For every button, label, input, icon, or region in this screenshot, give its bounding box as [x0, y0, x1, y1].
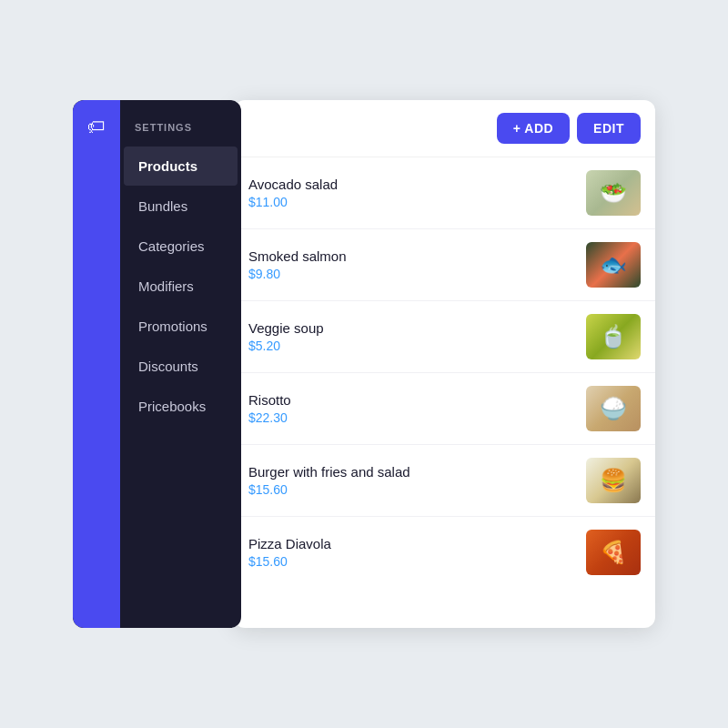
product-price: $5.20 — [248, 339, 586, 353]
product-info: Pizza Diavola$15.60 — [248, 536, 586, 569]
food-emoji-icon: 🥗 — [600, 180, 627, 206]
product-info: Veggie soup$5.20 — [248, 320, 586, 353]
product-price: $22.30 — [248, 410, 586, 425]
sidebar-menu: SETTINGS ProductsBundlesCategoriesModifi… — [120, 100, 241, 441]
product-image: 🍕 — [586, 530, 641, 575]
product-price: $15.60 — [248, 482, 586, 497]
product-price: $15.60 — [248, 554, 586, 569]
sidebar: 🏷 SETTINGS ProductsBundlesCategoriesModi… — [73, 100, 241, 628]
product-item[interactable]: Smoked salmon$9.80🐟 — [234, 229, 655, 301]
add-button[interactable]: + ADD — [497, 113, 570, 144]
product-image: 🍚 — [586, 386, 641, 431]
product-name: Smoked salmon — [248, 248, 586, 264]
food-emoji-icon: 🍕 — [600, 540, 627, 565]
product-name: Avocado salad — [248, 177, 586, 192]
edit-button[interactable]: EDIT — [577, 113, 641, 144]
product-name: Risotto — [248, 392, 586, 408]
product-image: 🍔 — [586, 458, 641, 503]
tag-icon: 🏷 — [87, 116, 106, 137]
product-info: Avocado salad$11.00 — [248, 177, 586, 209]
app-container: 🏷 SETTINGS ProductsBundlesCategoriesModi… — [73, 100, 655, 628]
product-item[interactable]: Avocado salad$11.00🥗 — [234, 157, 655, 229]
sidebar-item-products[interactable]: Products — [124, 147, 238, 186]
product-item[interactable]: Burger with fries and salad$15.60🍔 — [234, 445, 655, 517]
product-name: Pizza Diavola — [248, 536, 586, 551]
content-header: + ADD EDIT — [234, 100, 655, 157]
sidebar-item-bundles[interactable]: Bundles — [124, 187, 238, 226]
food-emoji-icon: 🐟 — [600, 252, 627, 278]
food-emoji-icon: 🍔 — [600, 468, 627, 493]
sidebar-icon-bar: 🏷 — [73, 100, 120, 628]
product-info: Risotto$22.30 — [248, 392, 586, 425]
product-name: Burger with fries and salad — [248, 464, 586, 480]
sidebar-item-promotions[interactable]: Promotions — [124, 307, 238, 346]
product-info: Burger with fries and salad$15.60 — [248, 464, 586, 497]
product-image: 🐟 — [586, 242, 641, 288]
food-emoji-icon: 🍚 — [600, 396, 627, 421]
main-content: + ADD EDIT Avocado salad$11.00🥗Smoked sa… — [234, 100, 655, 628]
sidebar-item-modifiers[interactable]: Modifiers — [124, 267, 238, 306]
product-image: 🥗 — [586, 170, 641, 216]
product-price: $11.00 — [248, 195, 586, 209]
product-price: $9.80 — [248, 267, 586, 281]
product-list: Avocado salad$11.00🥗Smoked salmon$9.80🐟V… — [234, 157, 655, 628]
product-item[interactable]: Pizza Diavola$15.60🍕 — [234, 517, 655, 588]
product-item[interactable]: Risotto$22.30🍚 — [234, 373, 655, 445]
product-name: Veggie soup — [248, 320, 586, 336]
product-image: 🍵 — [586, 314, 641, 359]
food-emoji-icon: 🍵 — [600, 324, 627, 349]
product-item[interactable]: Veggie soup$5.20🍵 — [234, 301, 655, 373]
settings-label: SETTINGS — [120, 115, 241, 146]
sidebar-item-pricebooks[interactable]: Pricebooks — [124, 387, 238, 426]
sidebar-item-categories[interactable]: Categories — [124, 227, 238, 266]
product-info: Smoked salmon$9.80 — [248, 248, 586, 281]
sidebar-item-discounts[interactable]: Discounts — [124, 347, 238, 386]
